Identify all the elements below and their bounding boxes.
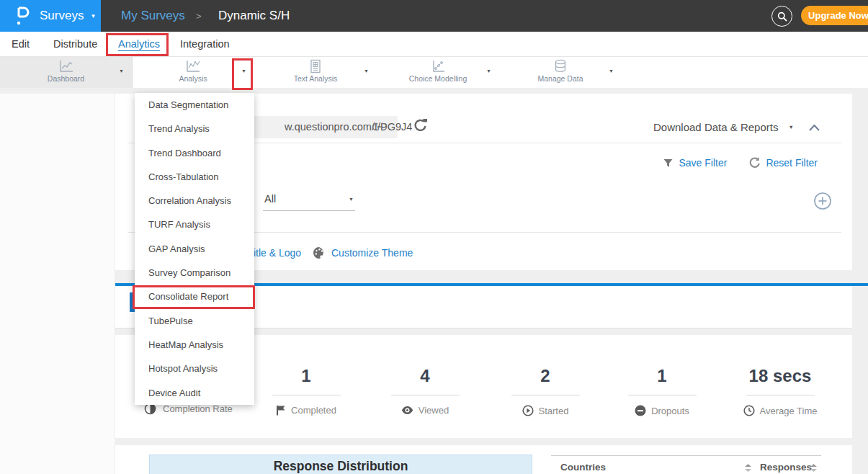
survey-section-nav: Edit Distribute Analytics Integration [0,32,868,57]
reset-filter-label: Reset Filter [766,157,818,169]
chevron-down-icon[interactable]: ▼ [364,68,369,73]
stat-average-time-label: Average Time [760,406,818,416]
eye-icon [401,406,413,415]
analysis-chart-icon [184,59,202,73]
toolbar-manage-data[interactable]: Manage Data ▼ [499,57,622,88]
analysis-dropdown-caret[interactable]: ▼ [241,68,246,73]
left-gutter [0,94,115,474]
breadcrumb-my-surveys[interactable]: My Surveys [121,0,185,32]
save-filter-button[interactable]: Save Filter [663,157,728,169]
countries-column-header[interactable]: Countries [560,462,606,473]
stat-completed-label: Completed [291,405,336,416]
tab-integration[interactable]: Integration [180,38,230,50]
stat-viewed: 4 Viewed [375,365,475,416]
responses-column-header[interactable]: Responses [760,462,812,473]
menu-item-cross-tabulation[interactable]: Cross-Tabulation [135,165,254,189]
divider [511,395,580,395]
menu-item-tubepulse[interactable]: TubePulse [135,309,254,333]
menu-item-trend-analysis[interactable]: Trend Analysis [135,117,254,140]
tab-distribute[interactable]: Distribute [53,38,97,50]
segment-select[interactable]: All ▼ [263,191,355,211]
reset-icon [748,157,760,169]
filter-actions: Save Filter Reset Filter [663,157,818,169]
menu-item-data-segmentation[interactable]: Data Segmentation [135,93,254,117]
stat-started: 2 Started [495,365,596,416]
sort-icon[interactable] [810,464,817,472]
manage-data-icon [552,59,568,73]
menu-item-trend-dashboard[interactable]: Trend Dashboard [135,141,254,165]
menu-item-gap-analysis[interactable]: GAP Analysis [135,237,254,261]
menu-item-survey-comparison[interactable]: Survey Comparison [135,261,254,285]
toolbar-analysis-label: Analysis [132,74,254,83]
toolbar-choice-modelling-label: Choice Modelling [377,74,499,83]
questionpro-logo-icon [14,5,30,27]
divider [746,395,815,395]
menu-item-turf-analysis[interactable]: TURF Analysis [135,213,254,236]
stat-started-label: Started [539,406,569,416]
chevron-down-icon: ▼ [349,197,354,202]
stat-completed: 1 Completed [256,365,357,416]
customize-theme-link[interactable]: Customize Theme [331,247,413,259]
divider [551,455,821,456]
edit-title-logo-link[interactable]: itle & Logo [254,247,301,259]
upgrade-now-button[interactable]: Upgrade Now [801,6,868,25]
response-distribution-header: Response Distribution [149,455,532,474]
toolbar-dashboard-label: Dashboard [0,74,132,83]
chevron-down-icon[interactable]: ▼ [486,68,491,73]
questionpro-analytics-page: Surveys ▼ My Surveys > Dynamic S/H Upgra… [0,0,868,474]
minus-circle-icon [635,405,646,416]
play-circle-icon [522,405,534,416]
breadcrumb-current-survey: Dynamic S/H [218,0,290,32]
surveys-product-switcher[interactable]: Surveys ▼ [0,0,101,32]
completion-rate-label: Completion Rate [163,403,233,414]
sort-icon[interactable] [745,464,751,472]
menu-item-consolidate-report[interactable]: Consolidate Report [135,285,254,308]
stat-viewed-value: 4 [375,365,475,387]
toolbar-text-analysis-label: Text Analysis [254,74,377,83]
segment-select-value: All [264,193,276,205]
toolbar-choice-modelling[interactable]: Choice Modelling ▼ [377,57,499,88]
dashboard-chart-icon [58,59,75,73]
reset-filter-button[interactable]: Reset Filter [748,157,818,169]
menu-item-heatmap-analysis[interactable]: HeatMap Analysis [135,333,254,357]
flag-icon [276,405,286,416]
stat-viewed-label: Viewed [419,405,449,416]
stat-completed-value: 1 [256,365,357,387]
menu-item-correlation-analysis[interactable]: Correlation Analysis [135,189,254,213]
analytics-toolbar: Dashboard ▼ Analysis ▼ Text Analysis ▼ [0,57,868,88]
collapse-panel-icon[interactable] [808,124,820,132]
divider [272,395,341,395]
toolbar-analysis[interactable]: Analysis ▼ [132,57,254,88]
clock-icon [743,405,755,416]
results-section: Response Distribution Countries Response… [115,445,852,474]
tab-edit[interactable]: Edit [12,38,30,50]
text-analysis-icon [308,59,323,73]
menu-item-hotspot-analysis[interactable]: Hotspot Analysis [135,357,254,380]
tab-analytics[interactable]: Analytics [118,38,160,51]
chevron-down-icon[interactable]: ▼ [119,68,124,73]
social-share-icon[interactable] [413,117,429,133]
toolbar-text-analysis[interactable]: Text Analysis ▼ [254,57,377,88]
chevron-down-icon: ▼ [90,13,96,19]
toolbar-dashboard[interactable]: Dashboard ▼ [0,57,133,88]
link-icon[interactable] [372,122,388,132]
download-data-reports-dropdown[interactable]: Download Data & Reports ▼ [653,121,794,133]
choice-modelling-icon [429,59,447,73]
analysis-dropdown-menu: Data Segmentation Trend Analysis Trend D… [135,93,254,405]
stat-average-time-value: 18 secs [730,365,831,387]
top-bar: Surveys ▼ My Surveys > Dynamic S/H Upgra… [0,0,868,32]
save-filter-label: Save Filter [679,157,728,169]
survey-url-text: w.questionpro.com/t/PG9J4 [285,121,412,133]
add-filter-icon[interactable] [813,192,832,210]
palette-icon [313,246,326,259]
menu-item-device-audit[interactable]: Device Audit [135,381,254,405]
download-data-reports-label: Download Data & Reports [653,121,778,133]
divider [628,395,697,395]
search-icon [777,12,787,22]
stat-dropouts: 1 Dropouts [612,365,712,416]
search-button[interactable] [771,6,792,27]
stat-average-time: 18 secs Average Time [730,365,831,416]
divider [391,395,460,395]
stat-started-value: 2 [495,365,596,387]
chevron-down-icon[interactable]: ▼ [609,68,614,73]
